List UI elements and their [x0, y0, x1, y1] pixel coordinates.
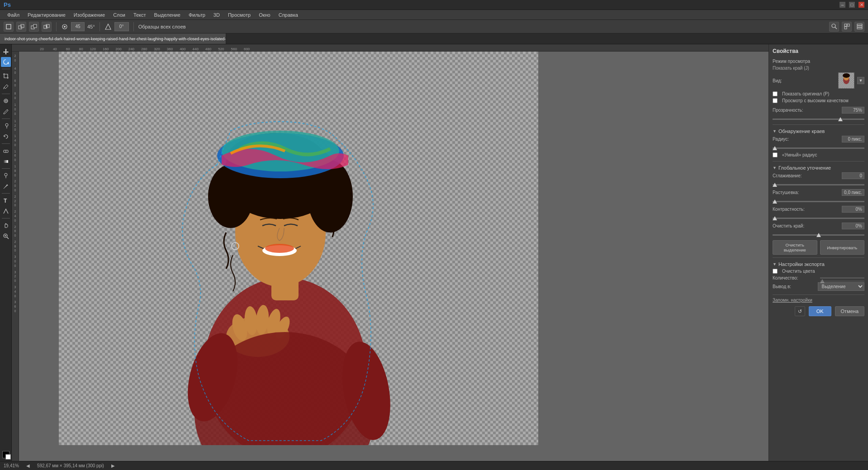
reset-button[interactable]: ↺ [795, 306, 805, 316]
search-btn[interactable] [829, 22, 839, 32]
history-brush-tool[interactable] [1, 132, 11, 142]
heal-tool[interactable] [1, 96, 11, 106]
view-mode-section: Режим просмотра Показать край (J) Вид: ▼ [773, 59, 864, 103]
output-label: Вывод в: [773, 284, 815, 289]
menu-view[interactable]: Просмотр [224, 11, 254, 19]
amount-label: Количество: [773, 275, 817, 280]
shift-edge-slider[interactable] [773, 234, 864, 236]
gradient-tool[interactable] [1, 157, 11, 166]
invert-btn[interactable]: Инвертировать [820, 240, 865, 255]
move-tool[interactable] [1, 46, 11, 56]
clone-stamp-tool[interactable] [1, 121, 11, 131]
dodge-tool[interactable] [1, 171, 11, 180]
cancel-button[interactable]: Отмена [835, 306, 864, 316]
radius-input[interactable] [71, 22, 85, 31]
amount-track [820, 277, 865, 279]
foreground-color[interactable] [2, 451, 9, 458]
minimize-button[interactable]: – [840, 2, 845, 8]
menu-file[interactable]: Файл [4, 11, 23, 19]
path-selection-tool[interactable] [1, 206, 11, 216]
menu-filter[interactable]: Фильтр [185, 11, 209, 19]
remember-row: Запомн. настройки [773, 298, 864, 303]
menu-image[interactable]: Изображение [70, 11, 109, 19]
feather-slider[interactable] [773, 201, 864, 202]
separator-1 [56, 22, 57, 31]
show-original-checkbox[interactable] [773, 91, 778, 96]
nav-arrows-left[interactable]: ◀ [26, 463, 30, 468]
canvas-image [59, 52, 538, 445]
svg-line-12 [835, 27, 837, 29]
nav-arrows-right[interactable]: ▶ [111, 463, 115, 468]
view-thumbnail[interactable] [838, 72, 854, 89]
more-btn[interactable] [854, 22, 864, 32]
edge-detection-section: Радиус: 0 пикс. «Умный» радиус [773, 136, 864, 157]
menu-layers[interactable]: Слои [109, 11, 129, 19]
subtract-selection-btn[interactable] [29, 22, 39, 32]
intersect-selection-btn[interactable] [42, 22, 52, 32]
angle-input[interactable] [114, 22, 129, 31]
remember-settings-label[interactable]: Запомн. настройки [773, 298, 812, 303]
vertical-ruler: 20 40 60 80 100 120 140 160 180 200 220 … [12, 52, 19, 461]
ok-button[interactable]: OK [809, 306, 831, 316]
radius-slider[interactable] [773, 147, 864, 149]
transparency-slider[interactable] [773, 119, 864, 120]
tab-filename: indoor-shot-young-cheerful-dark-haired-w… [5, 37, 226, 41]
degree-label: 45° [87, 24, 95, 29]
eyedropper-tool[interactable] [1, 82, 11, 92]
sample-all-layers-label: Образцы всех слоев [138, 24, 186, 29]
window-controls[interactable]: – □ ✕ [840, 2, 864, 8]
smooth-slider[interactable] [773, 184, 864, 185]
menu-text[interactable]: Текст [130, 11, 150, 19]
edge-detection-header[interactable]: ▼ Обнаружение краев [773, 128, 864, 134]
svg-point-9 [64, 26, 66, 28]
menu-bar: Файл Редактирование Изображение Слои Тек… [0, 10, 868, 20]
close-button[interactable]: ✕ [859, 2, 864, 8]
separator-3 [133, 22, 134, 31]
svg-marker-10 [105, 24, 111, 29]
layout-btn[interactable] [842, 22, 852, 32]
smooth-slider-container [773, 181, 864, 186]
smooth-value: 0 [842, 172, 864, 179]
decontaminate-checkbox[interactable] [773, 269, 778, 274]
pen-tool[interactable] [1, 181, 11, 191]
eraser-tool[interactable] [1, 146, 11, 156]
maximize-button[interactable]: □ [849, 2, 855, 8]
view-dropdown-btn[interactable]: ▼ [857, 77, 864, 84]
menu-3d[interactable]: 3D [210, 11, 223, 19]
crop-tool[interactable] [1, 71, 11, 81]
clear-selection-btn[interactable]: Очистить выделение [773, 240, 817, 255]
menu-edit[interactable]: Редактирование [24, 11, 69, 19]
svg-rect-0 [6, 24, 11, 29]
smart-radius-checkbox[interactable] [773, 152, 778, 157]
status-bar: 19,41% ◀ 592,67 мм × 395,14 мм (300 ppi)… [0, 461, 868, 470]
show-edge-label[interactable]: Показать край (J) [773, 66, 809, 71]
app-icon: Ps [4, 1, 11, 8]
quick-selection-tool[interactable] [1, 57, 11, 67]
panel-title: Свойства [773, 48, 864, 54]
global-refinement-section: Сглаживание: 0 Растушевка: 0,0 пикс. Кон… [773, 172, 864, 237]
menu-select[interactable]: Выделение [151, 11, 184, 19]
add-selection-btn[interactable] [16, 22, 26, 32]
global-refinement-header[interactable]: ▼ Глобальное уточнение [773, 165, 864, 171]
smooth-label: Сглаживание: [773, 173, 839, 178]
menu-help[interactable]: Справка [275, 11, 302, 19]
hand-tool[interactable] [1, 220, 11, 230]
shift-edge-value: 0% [842, 223, 864, 229]
contrast-label: Контрастность: [773, 207, 839, 212]
svg-rect-15 [844, 27, 847, 29]
new-selection-btn[interactable] [4, 22, 14, 32]
shift-edge-slider-container [773, 231, 864, 237]
document-tab[interactable]: indoor-shot-young-cheerful-dark-haired-w… [0, 33, 226, 44]
export-settings-header[interactable]: ▼ Настройки экспорта [773, 261, 864, 267]
type-tool[interactable]: T [1, 195, 11, 205]
menu-window[interactable]: Окно [255, 11, 274, 19]
zoom-tool[interactable] [1, 231, 11, 241]
smart-radius-label: «Умный» радиус [782, 152, 817, 157]
tool-separator-7 [2, 218, 10, 218]
output-select[interactable]: Выделение [818, 282, 865, 291]
brush-tool[interactable] [1, 107, 11, 117]
high-quality-checkbox[interactable] [773, 98, 778, 103]
svg-line-34 [7, 237, 9, 239]
export-settings-chevron: ▼ [773, 262, 777, 266]
contrast-slider[interactable] [773, 218, 864, 219]
